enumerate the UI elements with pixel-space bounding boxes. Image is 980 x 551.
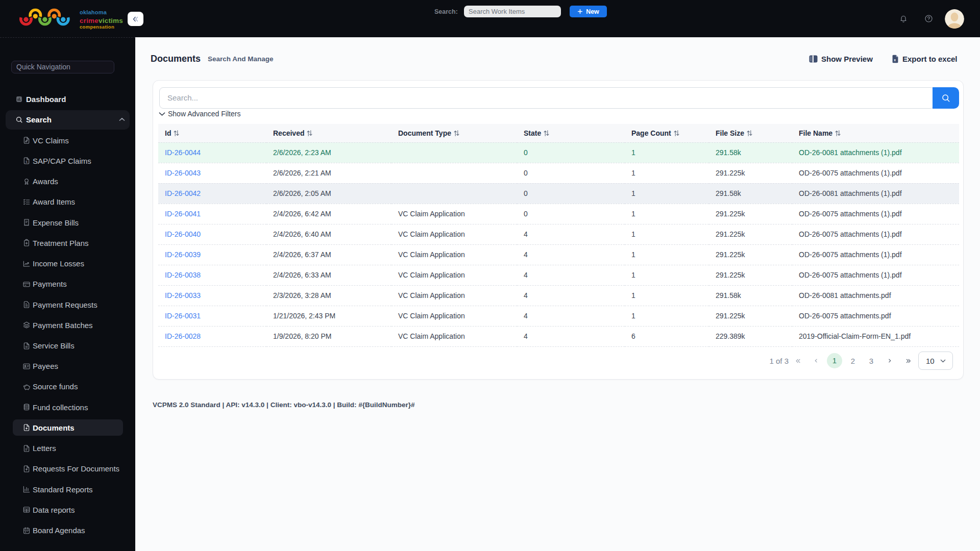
svg-text:$: $ [26,160,28,163]
svg-text:x: x [894,58,896,62]
